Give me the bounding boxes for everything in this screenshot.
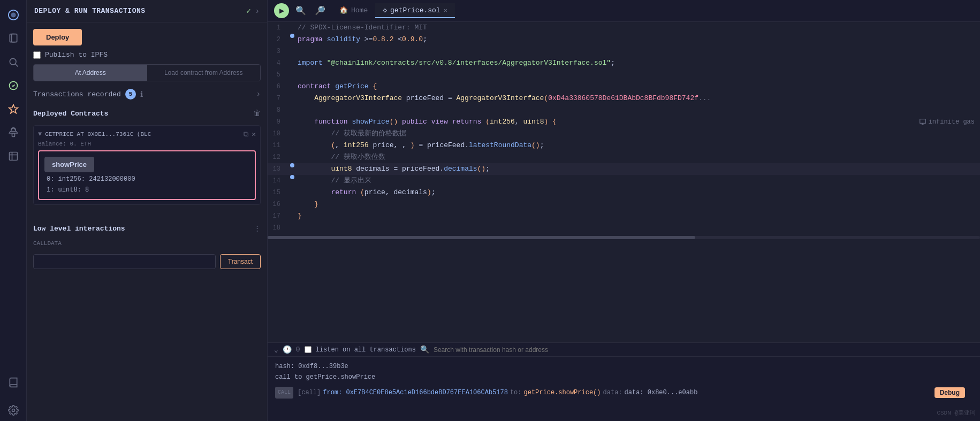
header-check-icon: ✓ bbox=[246, 6, 250, 16]
top-toolbar: ▶ 🔍 🔎 🏠 Home ◇ getPrice.sol ✕ bbox=[268, 0, 980, 22]
log-hash-line: hash: 0xdf8...39b3e bbox=[275, 361, 973, 372]
bottom-toolbar: ⌄ 🕐 0 listen on all transactions 🔍 bbox=[268, 342, 980, 357]
collapse-icon[interactable]: ⌄ bbox=[274, 346, 278, 354]
log-detail-prefix: [call] bbox=[298, 387, 321, 398]
sidebar-header: DEPLOY & RUN TRANSACTIONS ✓ › bbox=[27, 0, 267, 22]
icon-bar bbox=[0, 0, 27, 421]
sidebar-item-logo[interactable] bbox=[3, 4, 24, 26]
code-line-12: 12 // 获取小数位数 bbox=[268, 151, 980, 163]
low-level-options-icon[interactable]: ⋮ bbox=[254, 224, 261, 233]
tab-home-label: Home bbox=[351, 6, 368, 14]
sidebar: DEPLOY & RUN TRANSACTIONS ✓ › Deploy Pub… bbox=[27, 0, 268, 421]
log-from: from: 0xE7B4CE0E8e5Ac1eD166bdeBD767EEA10… bbox=[323, 387, 508, 398]
svg-marker-7 bbox=[9, 105, 18, 113]
code-editor: 1 // SPDX-License-Identifier: MIT 2 prag… bbox=[268, 22, 980, 342]
header-expand-icon[interactable]: › bbox=[255, 7, 260, 16]
show-price-box: showPrice 0: int256: 242132000000 1: uin… bbox=[38, 150, 256, 200]
contract-item: ▼ GETPRICE AT 0X0E1...7361C (BLC ⧉ ✕ Bal… bbox=[33, 125, 261, 205]
code-line-9: 9 function showPrice() public view retur… bbox=[268, 116, 980, 128]
code-line-6: 6 contract getPrice { bbox=[268, 81, 980, 93]
tab-file-label: getPrice.sol bbox=[390, 6, 440, 14]
transactions-row: Transactions recorded 5 ℹ › bbox=[33, 87, 261, 102]
publish-ipfs-checkbox[interactable] bbox=[33, 51, 41, 59]
calldata-label: CALLDATA bbox=[33, 238, 261, 249]
home-icon: 🏠 bbox=[339, 6, 348, 14]
svg-line-5 bbox=[15, 64, 18, 67]
watermark: CSDN @美亚珂 bbox=[937, 409, 976, 417]
sidebar-item-files[interactable] bbox=[3, 28, 24, 49]
code-line-16: 16 } bbox=[268, 198, 980, 210]
publish-ipfs-label: Publish to IPFS bbox=[45, 51, 108, 59]
contract-close-icon[interactable]: ✕ bbox=[252, 130, 256, 139]
clock-icon: 🕐 bbox=[283, 345, 292, 354]
sidebar-item-settings[interactable] bbox=[3, 400, 24, 421]
tab-file[interactable]: ◇ getPrice.sol ✕ bbox=[375, 3, 455, 18]
play-button[interactable]: ▶ bbox=[274, 3, 289, 18]
zoom-out-icon[interactable]: 🔍 bbox=[293, 3, 308, 18]
log-hash: hash: 0xdf8...39b3e bbox=[275, 361, 348, 372]
transactions-label: Transactions recorded bbox=[33, 90, 121, 98]
load-contract-tab[interactable]: Load contract from Address bbox=[147, 65, 261, 81]
tab-close-icon[interactable]: ✕ bbox=[444, 6, 447, 14]
transactions-expand-icon[interactable]: › bbox=[256, 90, 261, 98]
sidebar-item-test[interactable] bbox=[3, 146, 24, 167]
transaction-count: 0 bbox=[296, 346, 300, 354]
debug-button-2[interactable]: Debug bbox=[935, 387, 965, 398]
code-line-13: 13 uint8 decimals = priceFeed.decimals()… bbox=[268, 163, 980, 175]
log-data: data: 0x8e0...e0abb bbox=[625, 387, 698, 398]
file-icon: ◇ bbox=[383, 6, 387, 14]
svg-rect-3 bbox=[11, 34, 17, 42]
line-annotation-9: infinite gas bbox=[919, 116, 980, 128]
code-line-4: 4 import "@chainlink/contracts/src/v0.8/… bbox=[268, 57, 980, 69]
search-icon[interactable]: 🔍 bbox=[420, 345, 429, 354]
sidebar-item-search[interactable] bbox=[3, 51, 24, 73]
deployed-contracts-header: Deployed Contracts 🗑 bbox=[33, 107, 261, 120]
code-line-2: 2 pragma solidity >=0.8.2 <0.9.0; bbox=[268, 34, 980, 45]
log-call-line: call to getPrice.showPrice bbox=[275, 372, 973, 382]
listen-label: listen on all transactions bbox=[316, 346, 416, 354]
sidebar-content: Deploy Publish to IPFS At Address Load c… bbox=[27, 22, 267, 275]
log-to-label: to: bbox=[510, 387, 522, 398]
main-area: ▶ 🔍 🔎 🏠 Home ◇ getPrice.sol ✕ 1 // SPDX-… bbox=[268, 0, 980, 421]
zoom-in-icon[interactable]: 🔎 bbox=[313, 3, 328, 18]
code-line-5: 5 bbox=[268, 69, 980, 81]
code-line-15: 15 return (price, decimals); bbox=[268, 187, 980, 198]
search-tx-input[interactable] bbox=[434, 346, 974, 354]
svg-rect-8 bbox=[12, 133, 14, 137]
publish-ipfs-row: Publish to IPFS bbox=[33, 51, 261, 59]
code-line-8: 8 bbox=[268, 104, 980, 116]
log-area: hash: 0xdf8...39b3e call to getPrice.sho… bbox=[268, 357, 980, 421]
log-detail-line: CALL [call] from: 0xE7B4CE0E8e5Ac1eD166b… bbox=[275, 387, 973, 399]
code-line-17: 17 } bbox=[268, 210, 980, 222]
balance-row: Balance: 0. ETH bbox=[38, 139, 256, 150]
deployed-contracts-title: Deployed Contracts bbox=[33, 110, 108, 118]
transactions-badge: 5 bbox=[125, 89, 136, 99]
at-address-tab[interactable]: At Address bbox=[34, 65, 147, 81]
code-line-3: 3 bbox=[268, 45, 980, 57]
code-line-11: 11 (, int256 price, , ) = priceFeed.late… bbox=[268, 140, 980, 151]
code-line-7: 7 AggregatorV3Interface priceFeed = Aggr… bbox=[268, 93, 980, 104]
sidebar-item-docs[interactable] bbox=[3, 372, 24, 393]
contract-chevron-icon[interactable]: ▼ bbox=[38, 131, 42, 138]
tab-bar: 🏠 Home ◇ getPrice.sol ✕ bbox=[332, 3, 974, 18]
trash-icon[interactable]: 🗑 bbox=[253, 109, 261, 118]
code-line-1: 1 // SPDX-License-Identifier: MIT bbox=[268, 22, 980, 34]
contract-copy-icon[interactable]: ⧉ bbox=[244, 131, 248, 139]
code-line-14: 14 // 显示出来 bbox=[268, 175, 980, 187]
low-level-header: Low level interactions ⋮ bbox=[33, 224, 261, 233]
show-price-button[interactable]: showPrice bbox=[44, 157, 94, 172]
deploy-button[interactable]: Deploy bbox=[33, 29, 82, 45]
calldata-input[interactable] bbox=[33, 254, 216, 269]
code-line-18: 18 bbox=[268, 222, 980, 234]
transact-button[interactable]: Transact bbox=[220, 254, 261, 269]
svg-point-9 bbox=[12, 409, 14, 412]
sidebar-item-plugin[interactable] bbox=[3, 98, 24, 120]
sidebar-item-debug[interactable] bbox=[3, 122, 24, 143]
listen-checkbox[interactable] bbox=[305, 346, 312, 353]
sidebar-item-deploy[interactable] bbox=[3, 75, 24, 96]
log-data-label: data: bbox=[603, 387, 622, 398]
svg-point-4 bbox=[10, 58, 16, 65]
tab-home[interactable]: 🏠 Home bbox=[332, 3, 375, 18]
info-icon[interactable]: ℹ bbox=[140, 90, 143, 99]
address-tabs: At Address Load contract from Address bbox=[33, 64, 261, 81]
